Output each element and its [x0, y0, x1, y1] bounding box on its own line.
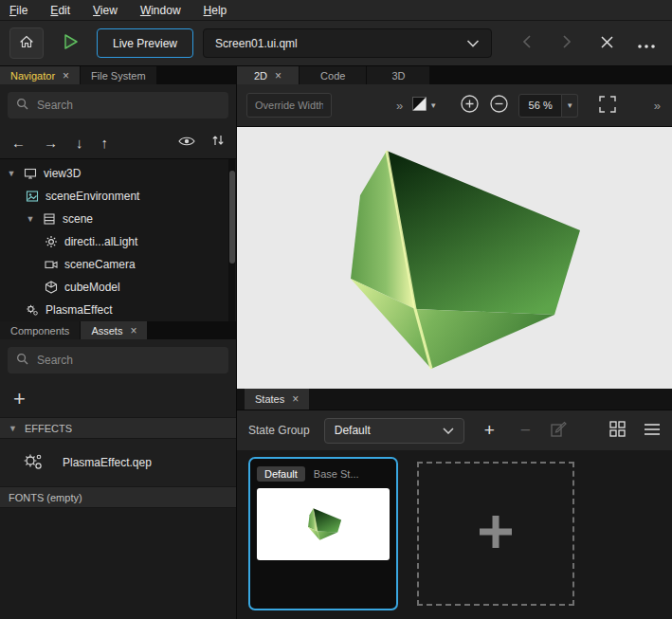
move-up-icon[interactable]: ↑: [101, 135, 109, 151]
move-right-icon[interactable]: →: [44, 135, 58, 151]
move-down-icon[interactable]: ↓: [76, 135, 83, 151]
add-asset-button[interactable]: +: [13, 387, 26, 411]
more-options-button[interactable]: [630, 27, 663, 59]
menu-file[interactable]: File: [9, 4, 27, 17]
menu-edit[interactable]: Edit: [50, 4, 70, 17]
chevron-down-icon: [466, 37, 480, 50]
state-card-default[interactable]: Default Base St...: [248, 457, 398, 610]
tree-item-plasma-effect[interactable]: PlasmaEffect: [0, 299, 236, 321]
forward-button[interactable]: [551, 27, 583, 59]
run-project-button[interactable]: [53, 27, 87, 59]
collapse-caret-icon[interactable]: ▼: [6, 169, 17, 178]
tab-3d-label: 3D: [391, 70, 405, 82]
state-thumbnail[interactable]: [257, 488, 390, 560]
navigator-filter-group: [178, 134, 225, 151]
tab-code[interactable]: Code: [300, 66, 367, 84]
states-tabbar: States ×: [237, 389, 672, 410]
close-document-button[interactable]: [590, 27, 623, 59]
close-tab-icon[interactable]: ×: [275, 70, 282, 82]
tree-item-scene[interactable]: ▼ scene: [0, 208, 236, 230]
toolbar-overflow-icon[interactable]: »: [396, 99, 403, 113]
states-toolbar: State Group Default + −: [237, 410, 672, 450]
fonts-section-header[interactable]: FONTS (empty): [0, 486, 236, 508]
tab-navigator[interactable]: Navigator ×: [0, 66, 81, 84]
state-thumbnail-cube: [300, 504, 347, 544]
edit-state-group-button[interactable]: [551, 421, 567, 440]
tree-item-cube-model[interactable]: cubeModel: [0, 276, 236, 299]
editor-tabbar: 2D × Code 3D: [237, 66, 672, 84]
state-name-chip[interactable]: Default: [257, 466, 305, 482]
fit-to-screen-button[interactable]: [599, 96, 616, 116]
close-tab-icon[interactable]: ×: [63, 70, 69, 82]
override-width-input[interactable]: [246, 93, 332, 118]
main-area: Navigator × File System ← → ↓: [0, 66, 672, 619]
qt-design-studio-window: File Edit View Window Help Live Preview …: [0, 0, 672, 619]
zoom-level-dropdown[interactable]: ▼: [562, 94, 578, 118]
camera-icon: [44, 258, 59, 271]
chevron-right-icon: [562, 33, 572, 54]
menu-bar: File Edit View Window Help: [0, 0, 672, 21]
play-icon: [60, 31, 81, 55]
move-left-icon[interactable]: ←: [11, 135, 26, 151]
search-icon: [16, 97, 28, 114]
left-panel-empty-area: [0, 508, 236, 619]
tab-file-system[interactable]: File System: [81, 66, 156, 84]
tab-3d[interactable]: 3D: [367, 66, 430, 84]
asset-item-label: PlasmaEffect.qep: [63, 456, 152, 469]
tree-scrollbar-thumb[interactable]: [229, 171, 235, 264]
tab-file-system-label: File System: [91, 70, 145, 82]
tab-components-label: Components: [10, 325, 69, 337]
close-tab-icon[interactable]: ×: [292, 393, 299, 405]
tab-2d-label: 2D: [254, 70, 267, 82]
gears-icon: [23, 452, 44, 474]
navigator-tree: ▼ view3D sceneEnvironment ▼: [0, 158, 236, 321]
menu-window[interactable]: Window: [140, 4, 181, 17]
grid-view-button[interactable]: [609, 421, 626, 440]
navigator-actions: ← → ↓ ↑: [0, 126, 236, 158]
zoom-level-value[interactable]: 56 %: [518, 94, 562, 118]
menu-help[interactable]: Help: [204, 4, 227, 17]
tab-components[interactable]: Components: [0, 321, 81, 339]
remove-state-group-button[interactable]: −: [515, 419, 536, 442]
tab-assets[interactable]: Assets ×: [81, 321, 148, 339]
assets-search-input[interactable]: [35, 353, 220, 368]
design-canvas[interactable]: [237, 127, 672, 389]
add-state-button[interactable]: [417, 462, 574, 606]
navigator-tabbar: Navigator × File System: [0, 66, 236, 84]
background-color-button[interactable]: ▼: [412, 97, 437, 114]
zoom-in-button[interactable]: [460, 94, 480, 117]
list-view-button[interactable]: [644, 423, 661, 439]
toolbar-overflow-icon[interactable]: »: [654, 99, 661, 113]
close-tab-icon[interactable]: ×: [130, 325, 136, 337]
tab-states[interactable]: States ×: [245, 389, 309, 410]
effects-section-header[interactable]: ▼ EFFECTS: [0, 417, 236, 439]
tree-item-scene-environment[interactable]: sceneEnvironment: [0, 185, 236, 208]
close-icon: [600, 33, 614, 54]
state-group-select[interactable]: Default: [324, 418, 464, 444]
chevron-down-icon: ▼: [429, 101, 437, 110]
collapse-caret-icon[interactable]: ▼: [25, 214, 36, 224]
open-document-name: Screen01.ui.qml: [215, 37, 298, 50]
navigator-search-input[interactable]: [35, 98, 220, 113]
fit-to-screen-icon: [599, 96, 616, 116]
tree-item-label: cubeModel: [64, 281, 120, 294]
live-preview-button[interactable]: Live Preview: [97, 28, 193, 58]
tree-item-label: sceneCamera: [64, 258, 136, 271]
tree-item-directional-light[interactable]: directi...alLight: [0, 230, 236, 253]
tree-item-scene-camera[interactable]: sceneCamera: [0, 253, 236, 276]
menu-view[interactable]: View: [93, 4, 118, 17]
sort-icon[interactable]: [211, 134, 225, 151]
tab-code-label: Code: [320, 70, 345, 82]
back-button[interactable]: [511, 27, 543, 59]
open-document-selector[interactable]: Screen01.ui.qml: [203, 28, 492, 58]
tree-item-label: scene: [63, 212, 93, 226]
home-button[interactable]: [9, 27, 44, 59]
eye-icon[interactable]: [178, 134, 195, 151]
tab-2d[interactable]: 2D ×: [237, 66, 300, 84]
asset-item-plasma-effect[interactable]: PlasmaEffect.qep: [0, 439, 236, 486]
tree-item-view3d[interactable]: ▼ view3D: [0, 162, 236, 185]
add-state-group-button[interactable]: +: [479, 419, 500, 442]
color-swatch-icon: [412, 97, 427, 114]
more-icon: [637, 33, 656, 54]
zoom-out-button[interactable]: [489, 94, 509, 117]
